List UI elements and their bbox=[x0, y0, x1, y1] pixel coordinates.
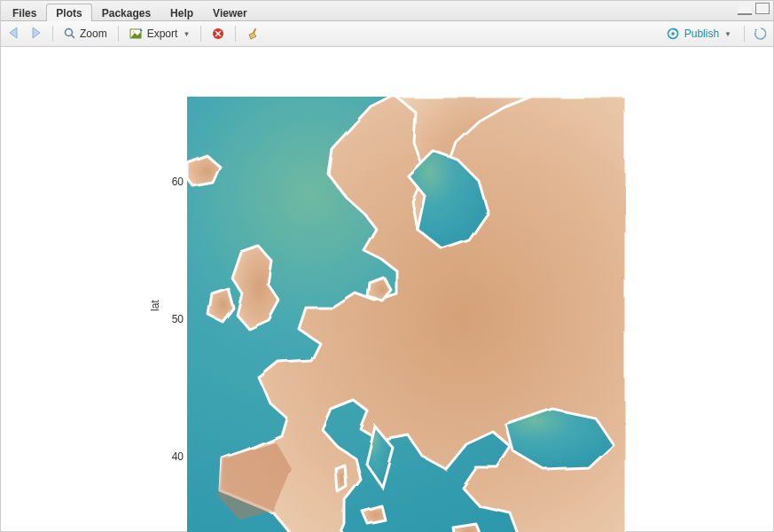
map-plot bbox=[187, 97, 626, 532]
plot-next-icon[interactable] bbox=[27, 27, 45, 42]
remove-icon bbox=[212, 27, 224, 40]
chevron-down-icon: ▼ bbox=[183, 30, 190, 38]
tab-viewer[interactable]: Viewer bbox=[203, 4, 256, 21]
y-axis-label: lat bbox=[149, 300, 161, 311]
publish-icon bbox=[665, 27, 681, 40]
zoom-icon bbox=[64, 27, 76, 40]
broom-icon bbox=[246, 27, 259, 40]
separator bbox=[235, 26, 236, 42]
tab-packages[interactable]: Packages bbox=[92, 4, 160, 21]
plots-toolbar: Zoom Export ▼ bbox=[1, 21, 773, 47]
publish-button[interactable]: Publish ▼ bbox=[661, 26, 735, 42]
export-button[interactable]: Export ▼ bbox=[126, 26, 194, 42]
plot-prev-icon[interactable] bbox=[6, 27, 24, 42]
window-controls bbox=[738, 3, 770, 15]
ytick-60: 60 bbox=[157, 176, 184, 188]
plot-area: 60 50 40 -10 0 10 20 30 40 lat lon bbox=[1, 47, 773, 531]
publish-label: Publish bbox=[684, 27, 719, 40]
ytick-50: 50 bbox=[157, 313, 184, 325]
tab-files[interactable]: Files bbox=[3, 4, 46, 21]
minimize-pane-icon[interactable] bbox=[738, 6, 752, 15]
export-icon bbox=[129, 27, 144, 40]
chevron-down-icon: ▼ bbox=[724, 30, 731, 38]
tab-help[interactable]: Help bbox=[160, 4, 203, 21]
remove-plot-button[interactable] bbox=[208, 26, 228, 42]
ytick-40: 40 bbox=[157, 450, 184, 463]
svg-point-0 bbox=[66, 29, 73, 36]
zoom-label: Zoom bbox=[80, 27, 107, 40]
refresh-button[interactable] bbox=[754, 27, 768, 41]
tab-plots[interactable]: Plots bbox=[46, 4, 91, 21]
tab-bar: Files Plots Packages Help Viewer bbox=[1, 1, 773, 21]
zoom-button[interactable]: Zoom bbox=[60, 26, 111, 42]
separator bbox=[744, 26, 745, 42]
svg-point-9 bbox=[671, 32, 675, 35]
export-label: Export bbox=[147, 27, 178, 40]
separator bbox=[200, 26, 201, 42]
separator bbox=[118, 26, 119, 42]
clear-all-button[interactable] bbox=[243, 26, 262, 42]
separator bbox=[52, 26, 53, 42]
svg-point-3 bbox=[132, 31, 134, 33]
maximize-pane-icon[interactable] bbox=[755, 3, 770, 14]
plots-pane: Files Plots Packages Help Viewer Zoom bbox=[0, 0, 774, 532]
svg-line-1 bbox=[72, 35, 75, 39]
